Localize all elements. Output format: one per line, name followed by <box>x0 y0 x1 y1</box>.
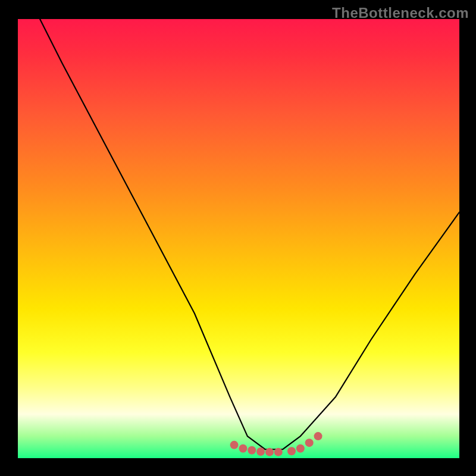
bottom-dot <box>239 444 247 453</box>
bottom-dot <box>314 432 322 440</box>
black-curve-group <box>40 19 459 449</box>
brand-watermark: TheBottleneck.com <box>332 5 469 21</box>
plot-area <box>18 19 459 458</box>
bottom-dot <box>274 448 283 456</box>
chart-container: TheBottleneck.com <box>0 0 476 476</box>
chart-svg <box>18 19 459 458</box>
bottom-dot <box>265 448 274 456</box>
bottom-dot <box>230 441 239 449</box>
bottom-dot <box>248 446 256 455</box>
bottom-dot <box>256 447 265 456</box>
bottom-dot <box>287 447 296 455</box>
bottom-dot <box>296 444 305 453</box>
bottom-dot <box>305 439 314 447</box>
bottom-dots-group <box>230 432 322 456</box>
black-curve-path <box>40 19 459 449</box>
